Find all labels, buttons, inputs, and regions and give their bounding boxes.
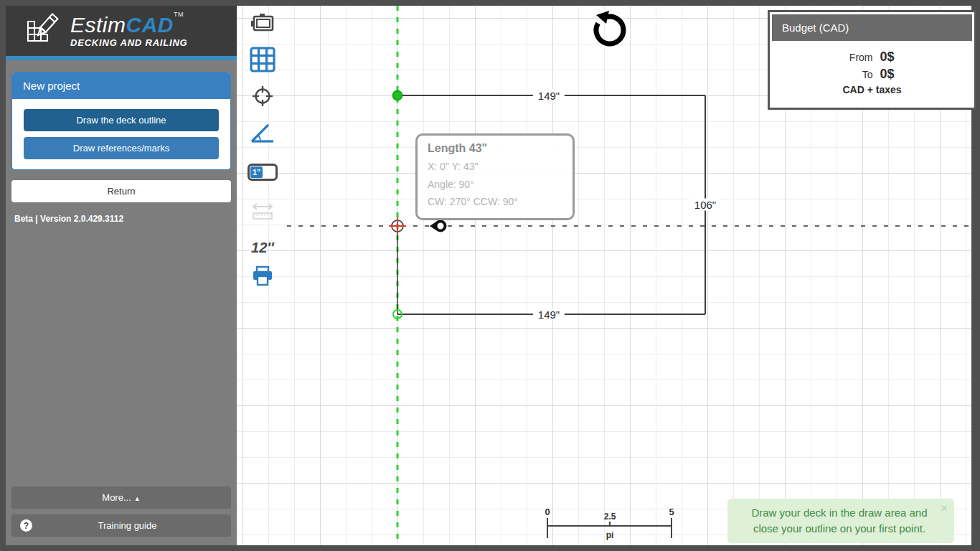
return-button[interactable]: Return	[11, 180, 231, 202]
scale-end-label: 5	[669, 507, 674, 517]
draw-deck-outline-button[interactable]: Draw the deck outline	[24, 109, 219, 131]
dimension-label-right: 106"	[689, 199, 721, 211]
sidebar: EstimCADTM DECKING AND RAILING New proje…	[6, 6, 237, 545]
scale-mid-label: 2.5	[604, 512, 616, 522]
notification-toast: Draw your deck in the draw area and clos…	[727, 499, 954, 543]
training-guide-label: Training guide	[32, 520, 222, 531]
scale-unit-label: pi	[606, 530, 614, 540]
draw-area[interactable]: 149" 106" 149" 0 2.5 5 pi Length 43" X: …	[237, 6, 971, 545]
tooltip-coordinates: X: 0" Y: 43"	[428, 158, 562, 176]
tooltip-angle: Angle: 90°	[428, 176, 562, 194]
app-tagline: DECKING AND RAILING	[70, 38, 188, 47]
unit-input[interactable]: 1"	[247, 164, 278, 181]
angle-tool-button[interactable]	[247, 121, 278, 145]
print-tool-button[interactable]	[247, 265, 278, 288]
tooltip-cw-ccw: CW: 270° CCW: 90°	[428, 193, 562, 211]
snap-crosshair-icon	[392, 220, 403, 232]
rotate-ccw-icon[interactable]	[590, 9, 630, 52]
brand-header: EstimCADTM DECKING AND RAILING	[6, 6, 237, 56]
brand-text: EstimCADTM DECKING AND RAILING	[70, 14, 188, 47]
help-icon: ?	[20, 519, 32, 532]
grid-size-label: 12″	[247, 240, 278, 256]
draw-references-button[interactable]: Draw references/marks	[24, 137, 219, 159]
first-point-marker	[393, 91, 402, 100]
budget-from-label: From	[796, 52, 873, 63]
budget-to-label: To	[796, 69, 873, 80]
scale-start-label: 0	[545, 507, 550, 517]
measure-tool-button[interactable]	[247, 201, 278, 222]
close-icon[interactable]: ×	[941, 502, 948, 514]
snap-target-tool-button[interactable]	[247, 83, 278, 109]
last-point-marker	[393, 310, 402, 319]
tooltip-length: Length 43"	[428, 142, 562, 155]
more-button[interactable]: More...▲	[11, 486, 231, 509]
budget-from-value: 0$	[880, 50, 949, 65]
budget-to-value: 0$	[880, 67, 949, 82]
new-project-panel: New project Draw the deck outline Draw r…	[11, 72, 231, 170]
brand-divider	[6, 56, 237, 60]
dimension-label-top: 149"	[533, 90, 565, 102]
capture-tool-button[interactable]	[247, 11, 278, 34]
collapse-arrow-icon: ▲	[134, 495, 141, 502]
budget-title: Budget (CAD)	[772, 14, 972, 41]
grid-tool-button[interactable]	[247, 46, 278, 73]
panel-title: New project	[12, 72, 230, 99]
budget-note: CAD + taxes	[772, 84, 972, 95]
cursor-icon	[430, 222, 436, 230]
unit-value: 1"	[250, 166, 263, 178]
version-label: Beta | Version 2.0.429.3112	[14, 214, 228, 224]
dimension-label-bottom: 149"	[533, 309, 565, 321]
trademark: TM	[174, 11, 184, 18]
budget-panel: Budget (CAD) From 0$ To 0$ CAD + taxes	[768, 10, 976, 110]
notification-message: Draw your deck in the draw area and clos…	[751, 507, 927, 534]
app-name: EstimCADTM	[70, 13, 184, 37]
measurement-tooltip: Length 43" X: 0" Y: 43" Angle: 90° CW: 2…	[415, 133, 575, 220]
estimcad-logo-icon	[26, 12, 62, 50]
training-guide-button[interactable]: ? Training guide	[11, 514, 231, 537]
